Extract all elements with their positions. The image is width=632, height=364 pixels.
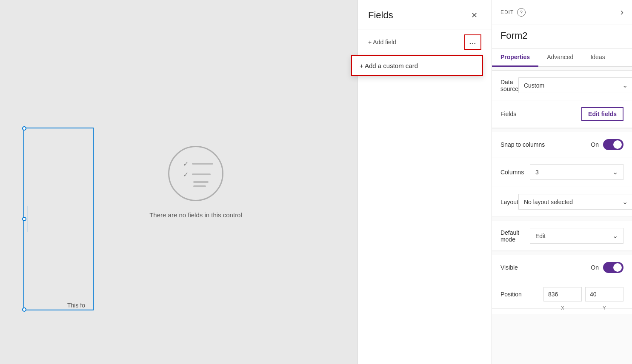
canvas-dash-line (28, 206, 28, 232)
visible-section: Visible On Position X Y (492, 255, 632, 314)
add-custom-card-item[interactable]: + Add a custom card (352, 56, 482, 75)
default-mode-chevron-icon: ⌄ (612, 232, 618, 240)
properties-panel: EDIT ? › Form2 Properties Advanced Ideas… (492, 0, 632, 364)
add-field-button[interactable]: + Add field (368, 39, 396, 46)
canvas-area: ✓ ✓ There are no fields in this control (0, 0, 357, 364)
custom-card-dropdown: + Add a custom card (351, 55, 483, 76)
position-inputs (543, 287, 623, 301)
position-label: Position (500, 291, 522, 298)
columns-chevron-icon: ⌄ (612, 168, 618, 176)
fields-toolbar: + Add field ... (358, 29, 492, 55)
snap-toggle[interactable] (603, 139, 623, 150)
snap-on-label: On (591, 141, 599, 148)
resize-handle-bot-left[interactable] (22, 307, 26, 312)
empty-state-text: There are no fields in this control (149, 211, 242, 219)
data-source-value: Custom (524, 82, 544, 89)
visible-toggle-container: On (591, 262, 623, 273)
fields-panel: Fields ✕ + Add field ... + Add a custom … (357, 0, 492, 364)
resize-handle-mid-left[interactable] (22, 217, 26, 221)
edit-fields-button[interactable]: Edit fields (581, 107, 623, 121)
data-source-chevron-icon: ⌄ (622, 81, 628, 89)
default-mode-value: Edit (535, 233, 546, 239)
empty-icon-inner: ✓ ✓ (179, 160, 213, 187)
fields-row: Fields Edit fields (492, 100, 632, 128)
canvas-empty-state: ✓ ✓ There are no fields in this control (149, 146, 242, 219)
more-options-button[interactable]: ... (464, 34, 481, 50)
data-source-row: Data source Custom ⌄ (492, 71, 632, 100)
position-y-input[interactable] (585, 287, 623, 301)
empty-icon-circle: ✓ ✓ (168, 146, 223, 201)
check-line-2: ✓ (183, 171, 213, 179)
layout-dropdown[interactable]: No layout selected ⌄ (518, 194, 632, 210)
default-mode-row: Default mode Edit ⌄ (492, 221, 632, 251)
form-outline (23, 128, 94, 310)
columns-label: Columns (500, 169, 524, 176)
visible-on-label: On (591, 264, 599, 271)
visible-label: Visible (500, 264, 518, 271)
columns-value: 3 (535, 169, 539, 176)
checkmark-2: ✓ (183, 171, 189, 179)
tab-properties[interactable]: Properties (492, 48, 538, 67)
fields-title: Fields (368, 10, 393, 21)
line-bar-2 (192, 173, 211, 175)
layout-label: Layout (500, 199, 518, 205)
y-axis-label: Y (585, 305, 623, 310)
props-header: EDIT ? › (492, 0, 632, 25)
tab-ideas[interactable]: Ideas (582, 48, 613, 67)
columns-dropdown[interactable]: 3 ⌄ (530, 164, 623, 180)
fields-header: Fields ✕ (358, 0, 492, 29)
default-mode-label: Default mode (500, 229, 530, 243)
default-mode-section: Default mode Edit ⌄ (492, 221, 632, 251)
snap-to-columns-row: Snap to columns On (492, 132, 632, 157)
check-line-3 (183, 181, 213, 183)
visible-row: Visible On (492, 255, 632, 280)
resize-handle-top-left[interactable] (22, 126, 26, 131)
default-mode-dropdown[interactable]: Edit ⌄ (530, 228, 623, 244)
close-button[interactable]: ✕ (468, 9, 481, 22)
data-source-section: Data source Custom ⌄ Fields Edit fields (492, 70, 632, 128)
layout-chevron-icon: ⌄ (622, 198, 628, 206)
columns-row: Columns 3 ⌄ (492, 157, 632, 187)
tab-advanced[interactable]: Advanced (538, 48, 582, 67)
snap-toggle-container: On (591, 139, 623, 150)
position-x-input[interactable] (543, 287, 582, 301)
check-line-4 (183, 185, 213, 187)
check-line-1: ✓ (183, 160, 213, 168)
snap-to-columns-label: Snap to columns (500, 141, 545, 148)
props-tabs: Properties Advanced Ideas (492, 48, 632, 67)
x-axis-label: X (543, 305, 582, 310)
canvas-bottom-text: This fo (67, 302, 85, 309)
line-bar-4 (193, 185, 206, 187)
layout-row: Layout No layout selected ⌄ (492, 187, 632, 217)
chevron-right-icon[interactable]: › (621, 7, 623, 18)
data-source-label: Data source (500, 79, 518, 92)
form-name: Form2 (492, 25, 632, 48)
position-axis-labels: X Y (492, 305, 632, 310)
edit-label: EDIT ? (500, 8, 526, 17)
snap-section: Snap to columns On Columns 3 ⌄ Layout No… (492, 132, 632, 217)
line-bar-1 (192, 163, 213, 165)
fields-content (358, 55, 492, 364)
visible-toggle[interactable] (603, 262, 623, 273)
help-icon[interactable]: ? (517, 8, 526, 17)
line-bar-3 (193, 181, 209, 183)
position-row: Position (492, 280, 632, 309)
edit-text: EDIT (500, 9, 514, 15)
layout-value: No layout selected (524, 199, 573, 205)
fields-label: Fields (500, 111, 516, 117)
data-source-dropdown[interactable]: Custom ⌄ (518, 77, 632, 93)
checkmark-1: ✓ (183, 160, 189, 168)
